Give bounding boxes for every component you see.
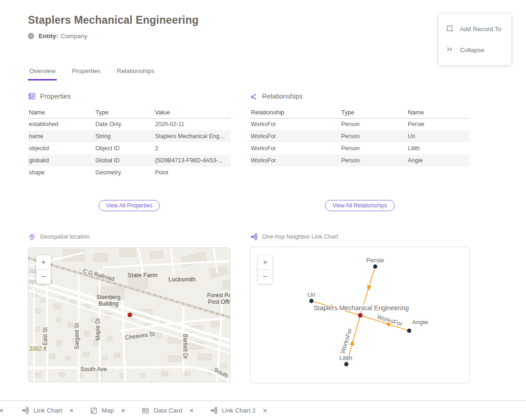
workspace-tab-label: Link Chart 2 — [222, 407, 256, 414]
property-cell: objectid — [28, 142, 94, 154]
workspace-tab-link-chart[interactable]: Link Chart✕ — [21, 407, 74, 414]
tab-properties[interactable]: Properties — [70, 67, 102, 80]
map-label: Bartlett Dr — [182, 334, 189, 359]
link-chart-icon — [210, 407, 218, 414]
view-all-relationships-button[interactable]: View All Relationships — [325, 200, 394, 211]
column-header: Type — [340, 107, 407, 118]
map-zoom-in-button[interactable]: + — [36, 255, 51, 269]
tab-relationships[interactable]: Relationships — [115, 67, 156, 80]
map-zoom-out-button[interactable]: − — [36, 270, 51, 284]
edge-label: WorksFor — [376, 313, 404, 327]
relationships-table: RelationshipTypeName WorksForPersonPersi… — [250, 107, 470, 167]
workspace-tab-link-chart-2[interactable]: Link Chart 2✕ — [210, 407, 268, 414]
close-tab-icon[interactable]: ✕ — [121, 407, 126, 414]
map-label: Locksmith — [169, 276, 196, 283]
relationship-type-cell: Person — [340, 154, 407, 167]
edge-label: WorksFor — [339, 327, 353, 354]
link-chart-panel[interactable]: + − WorksForWorksForPersieUriAngieLilith… — [250, 247, 470, 383]
property-cell: name — [28, 130, 94, 142]
relationship-name-link[interactable]: Uri — [407, 130, 470, 142]
card-options-menu: Add Record ToCollapse — [438, 14, 511, 65]
property-cell: String — [94, 130, 154, 142]
relationships-icon — [250, 93, 258, 100]
property-cell: Object ID — [94, 142, 154, 154]
map-label: Building — [99, 300, 119, 307]
map-label: 1002 ft — [29, 346, 47, 352]
menu-item-label: Collapse — [460, 47, 485, 53]
relationship-name-link[interactable]: Angie — [407, 154, 470, 167]
basemap[interactable]: rbouropaedicsC G RailroadState FarmLocks… — [28, 248, 230, 382]
entity-label: Entity: — [39, 33, 58, 40]
view-all-properties-button[interactable]: View All Properties — [99, 200, 160, 211]
tab-overview[interactable]: Overview — [28, 67, 57, 80]
property-cell: Geometry — [94, 167, 154, 179]
column-header: Relationship — [250, 107, 340, 118]
geospatial-section-header: Geospatial location — [28, 233, 230, 241]
property-cell: Point — [154, 167, 230, 179]
bottom-tab-bar: ✕ Link Chart✕Map✕Data Card✕Link Chart 2✕ — [0, 400, 526, 420]
menu-item-label: Add Record To — [460, 26, 501, 33]
property-row: shapeGeometryPoint — [28, 167, 230, 179]
relationships-title: Relationships — [262, 93, 303, 100]
properties-icon — [28, 93, 36, 100]
relationship-type-cell: Person — [340, 142, 407, 154]
map-label: Post Offic — [208, 299, 230, 305]
relationship-row: WorksForPersonPersie — [250, 118, 470, 130]
map-pin-icon — [28, 233, 36, 240]
link-chart-section-header: One-hop Neighbor Link Chart — [250, 233, 470, 241]
tab-bar: OverviewPropertiesRelationships — [28, 67, 156, 80]
clipped-tab-close-icon[interactable]: ✕ — [0, 407, 6, 414]
property-row: globalidGlobal ID{5D9B4713-F98D-4A53-... — [28, 154, 230, 167]
close-tab-icon[interactable]: ✕ — [263, 407, 267, 414]
workspace-tab-data-card[interactable]: Data Card✕ — [142, 407, 194, 414]
property-cell: Global ID — [94, 154, 154, 167]
collapse-icon — [446, 46, 453, 54]
map-label: State Farm — [128, 272, 157, 279]
map-label: Sargent St — [74, 323, 80, 349]
link-chart-canvas[interactable]: WorksForWorksForPersieUriAngieLilithStap… — [250, 247, 469, 383]
data-card-icon — [142, 407, 149, 414]
edge-arrow-icon — [367, 285, 372, 291]
relationship-name-link[interactable]: Persie — [407, 118, 470, 130]
close-tab-icon[interactable]: ✕ — [189, 407, 194, 414]
entity-row: Entity: Company — [28, 33, 199, 40]
relationship-row: WorksForPersonAngie — [250, 154, 470, 167]
node-persie[interactable] — [373, 265, 378, 269]
add-record-icon — [446, 25, 453, 33]
page-title: Staplers Mechanical Engineering — [28, 14, 199, 27]
node-lilith[interactable] — [344, 362, 349, 367]
node-uri[interactable] — [310, 299, 314, 303]
relationship-name-link[interactable]: Lilith — [407, 142, 470, 154]
property-cell: established — [28, 118, 94, 130]
relationship-relationship-link[interactable]: WorksFor — [250, 142, 340, 154]
node-label-persie: Persie — [366, 257, 384, 264]
map-panel[interactable]: + − — [28, 247, 230, 382]
map-label: Forest Par — [207, 292, 230, 299]
workspace-tab-map[interactable]: Map✕ — [90, 407, 126, 414]
link-chart-icon — [21, 407, 29, 414]
entity-header: Staplers Mechanical Engineering Entity: … — [28, 14, 199, 40]
map-label: Maple Dr — [94, 318, 101, 341]
map-label: South Ave — [81, 366, 107, 373]
chart-zoom-in-button[interactable]: + — [258, 255, 272, 269]
property-row: objectidObject ID2 — [28, 142, 230, 154]
map-label: Steinberg — [96, 294, 120, 300]
properties-section-header: Properties — [28, 92, 230, 100]
location-marker[interactable] — [128, 313, 132, 317]
relationship-relationship-link[interactable]: WorksFor — [250, 154, 340, 167]
property-row: establishedDate Only2020-02-11 — [28, 118, 230, 130]
property-cell: {5D9B4713-F98D-4A53-... — [154, 154, 230, 167]
relationship-relationship-link[interactable]: WorksFor — [250, 118, 340, 130]
node-company[interactable] — [358, 313, 363, 318]
link-chart-icon — [250, 233, 258, 240]
chart-zoom-out-button[interactable]: − — [258, 270, 272, 284]
menu-item-collapse[interactable]: Collapse — [438, 40, 511, 60]
menu-item-add-record-to[interactable]: Add Record To — [438, 19, 511, 40]
property-cell: Date Only — [94, 118, 154, 130]
workspace-tab-label: Link Chart — [34, 407, 62, 414]
node-angie[interactable] — [407, 329, 411, 333]
right-column: Relationships RelationshipTypeName Works… — [250, 92, 470, 383]
node-label-lilith: Lilith — [339, 354, 352, 361]
relationship-relationship-link[interactable]: WorksFor — [250, 130, 340, 142]
close-tab-icon[interactable]: ✕ — [69, 407, 74, 414]
